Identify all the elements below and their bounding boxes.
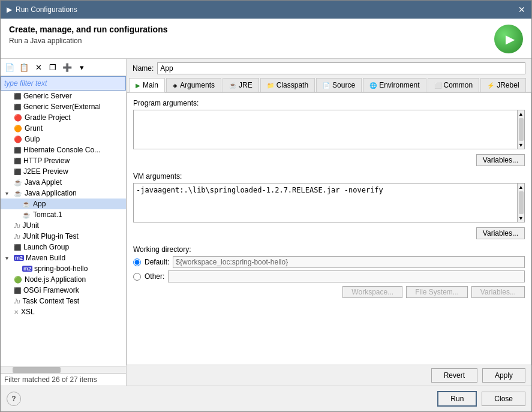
item-icon: ⬛ [14,158,21,164]
item-label: Task Context Test [23,297,80,305]
default-radio[interactable] [133,258,141,266]
duplicate-button[interactable]: 📋 [17,61,31,74]
apply-button[interactable]: Apply [482,368,525,383]
list-item[interactable]: ⬛ Generic Server(External [1,101,126,112]
configuration-tree: ⬛ Generic Server ⬛ Generic Server(Extern… [1,91,126,366]
item-label: J2EE Preview [23,167,68,176]
task-context-item[interactable]: Ju Task Context Test [1,296,126,306]
list-item[interactable]: ⬛ Launch Group [1,242,126,252]
close-button[interactable]: Close [482,392,525,406]
tab-label: Arguments [180,81,215,89]
horizontal-scrollbar[interactable] [1,366,126,373]
expand-icon: ▾ [5,255,14,261]
status-bar: Filter matched 26 of 27 items [1,373,126,386]
item-label: Launch Group [23,243,69,251]
filesystem-button[interactable]: File System... [406,286,468,298]
tab-classpath[interactable]: 📁 Classpath [260,78,315,92]
run-configurations-dialog: ▶ Run Configurations ✕ Create, manage, a… [0,0,532,412]
left-panel: 📄 📋 ✕ ❐ ➕ ▾ ⬛ Generic Server ⬛ [1,59,127,386]
tab-jrebel[interactable]: ⚡ JRebel [480,78,525,92]
window-title: Run Configurations [16,5,77,14]
main-content: 📄 📋 ✕ ❐ ➕ ▾ ⬛ Generic Server ⬛ [1,59,531,386]
title-bar-left: ▶ Run Configurations [7,5,77,14]
app-item[interactable]: ☕ App [1,199,126,209]
tomcat-icon: ☕ [22,211,31,219]
header-subtitle: Run a Java application [9,37,168,45]
list-item[interactable]: ⬛ J2EE Preview [1,166,126,177]
vm-args-label: VM arguments: [133,172,525,181]
item-label: Java Application [25,189,77,197]
name-label: Name: [133,64,154,73]
tab-common[interactable]: ⬜ Common [428,78,480,92]
junit-plugin-icon: Ju [14,233,20,240]
vm-args-textarea[interactable]: -javaagent:.\lib\springloaded-1.2.7.RELE… [133,183,518,222]
title-bar: ▶ Run Configurations ✕ [1,1,531,19]
indent-space [5,212,22,218]
java-applet-icon: ☕ [14,179,22,187]
nodejs-icon: 🟢 [14,276,22,284]
other-dir-input[interactable] [168,270,525,282]
tab-jre[interactable]: ☕ JRE [223,78,259,92]
list-item[interactable]: Ju JUnit Plug-in Test [1,231,126,242]
maven-build-group[interactable]: ▾ m2 Maven Build [1,252,126,263]
run-button[interactable]: Run [437,391,477,407]
help-button[interactable]: ? [7,392,21,406]
list-item[interactable]: ☕ Java Applet [1,177,126,188]
launch-group-icon: ⬛ [14,244,21,251]
vm-args-variables-button[interactable]: Variables... [476,227,525,239]
revert-button[interactable]: Revert [431,368,477,383]
other-radio[interactable] [133,273,141,281]
item-icon: ⬛ [14,147,21,154]
item-label: Generic Server [23,92,72,100]
list-item[interactable]: 🔴 Gulp [1,134,126,145]
list-item[interactable]: ⬛ OSGi Framework [1,285,126,296]
program-args-textarea[interactable] [133,110,518,149]
item-label: JUnit [23,221,39,230]
right-panel: Name: ▶ Main ◈ Arguments ☕ JRE 📁 [127,59,531,386]
workspace-button[interactable]: Workspace... [342,286,402,298]
list-item[interactable]: ✕ XSL [1,306,126,317]
tab-label: Main [143,81,158,89]
filter-input[interactable] [1,76,126,91]
default-dir-input[interactable] [173,256,525,268]
delete-button[interactable]: ✕ [32,61,45,74]
filter-button[interactable]: ❐ [46,61,59,74]
new-config-button[interactable]: 📄 [3,61,16,74]
tab-arguments[interactable]: ◈ Arguments [166,78,221,92]
item-icon: 🔴 [14,114,22,122]
tomcat-item[interactable]: ☕ Tomcat.1 [1,209,126,220]
other-radio-label: Other: [145,272,164,281]
collapse-button[interactable]: ➕ [61,61,74,74]
java-application-group[interactable]: ▾ ☕ Java Application [1,188,126,199]
list-item[interactable]: 🟢 Node.js Application [1,274,126,285]
dropdown-button[interactable]: ▾ [75,61,88,74]
item-label: Java Applet [25,178,62,187]
variables-button3[interactable]: Variables... [471,286,525,298]
tab-bar: ▶ Main ◈ Arguments ☕ JRE 📁 Classpath 📄 [127,78,531,92]
tab-source[interactable]: 📄 Source [316,78,362,92]
app-icon: ☕ [22,200,31,208]
list-item[interactable]: ⬛ Generic Server [1,91,126,101]
scrollbar-thumb [13,367,61,373]
main-tab-icon: ▶ [136,82,140,89]
m2-icon: m2 [14,255,24,261]
tab-label: Common [444,81,473,89]
item-label: OSGi Framework [23,286,79,294]
name-input[interactable] [157,62,525,74]
spring-boot-item[interactable]: m2 spring-boot-hello [1,263,126,274]
bottom-buttons: ? Run Close [1,386,531,411]
item-icon: 🔴 [14,136,22,143]
osgi-icon: ⬛ [14,287,21,294]
program-args-variables-button[interactable]: Variables... [476,154,525,166]
close-window-button[interactable]: ✕ [518,5,525,14]
list-item[interactable]: ⬛ Hibernate Console Co... [1,145,126,155]
list-item[interactable]: 🔴 Gradle Project [1,112,126,123]
source-tab-icon: 📄 [323,82,330,89]
list-item[interactable]: 🟠 Grunt [1,123,126,134]
item-label: Maven Build [26,254,65,262]
tab-environment[interactable]: 🌐 Environment [363,78,426,92]
xsl-icon: ✕ [14,309,19,315]
list-item[interactable]: ⬛ HTTP Preview [1,155,126,166]
tab-main[interactable]: ▶ Main [129,78,165,92]
list-item[interactable]: Ju JUnit [1,220,126,231]
